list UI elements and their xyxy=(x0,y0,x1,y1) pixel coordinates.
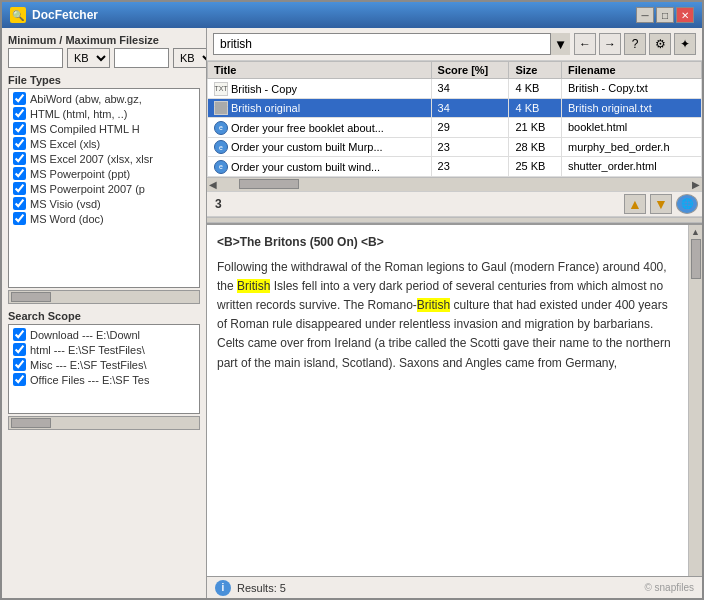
config-button[interactable]: ✦ xyxy=(674,33,696,55)
filesize-label: Minimum / Maximum Filesize xyxy=(8,34,200,46)
scope-office-label: Office Files --- E:\SF Tes xyxy=(30,374,149,386)
next-match-button[interactable]: ▼ xyxy=(650,194,672,214)
filetype-excel-label: MS Excel (xls) xyxy=(30,138,100,150)
toolbar-icons: ← → ? ⚙ ✦ xyxy=(574,33,696,55)
filetype-html[interactable]: HTML (html, htm, ..) xyxy=(11,106,197,121)
help-button[interactable]: ? xyxy=(624,33,646,55)
row-score: 23 xyxy=(431,137,509,157)
table-row[interactable]: e Order your custom built Murp... 23 28 … xyxy=(208,137,702,157)
scroll-up-btn[interactable]: ▲ xyxy=(691,227,700,237)
filetypes-section: File Types AbiWord (abw, abw.gz, HTML (h… xyxy=(8,74,200,304)
col-size[interactable]: Size xyxy=(509,62,562,79)
scope-html-label: html --- E:\SF TestFiles\ xyxy=(30,344,145,356)
min-unit-select[interactable]: KB MB xyxy=(67,48,110,68)
row-size: 4 KB xyxy=(509,79,562,99)
scope-misc-checkbox[interactable] xyxy=(13,358,26,371)
search-input[interactable] xyxy=(213,33,570,55)
search-input-container: ▼ xyxy=(213,33,570,55)
status-icon: i xyxy=(215,580,231,596)
scope-label: Search Scope xyxy=(8,310,200,322)
results-h-scrollbar[interactable]: ◀ ▶ xyxy=(207,177,702,191)
minimize-button[interactable]: ─ xyxy=(636,7,654,23)
file-icon-web: e Order your custom built wind... xyxy=(214,160,380,174)
filetype-word[interactable]: MS Word (doc) xyxy=(11,211,197,226)
scope-scrollbar[interactable] xyxy=(8,416,200,430)
scope-misc-label: Misc --- E:\SF TestFiles\ xyxy=(30,359,147,371)
close-button[interactable]: ✕ xyxy=(676,7,694,23)
scope-section: Search Scope Download --- E:\Downl html … xyxy=(8,310,200,430)
prev-match-button[interactable]: ▲ xyxy=(624,194,646,214)
maximize-button[interactable]: □ xyxy=(656,7,674,23)
scope-scrollbar-thumb xyxy=(11,418,51,428)
row-score: 23 xyxy=(431,157,509,177)
browser-icon: 🌐 xyxy=(681,198,693,209)
txt-icon: TXT xyxy=(214,101,228,115)
filetype-abiword-label: AbiWord (abw, abw.gz, xyxy=(30,93,142,105)
max-unit-select[interactable]: KB MB xyxy=(173,48,207,68)
file-icon-txt: TXT British original xyxy=(214,101,300,115)
right-panel: ▼ ← → ? ⚙ ✦ Title Sco xyxy=(207,28,702,598)
row-title: TXT British original xyxy=(208,98,432,118)
filetype-excel[interactable]: MS Excel (xls) xyxy=(11,136,197,151)
file-icon-web: e Order your free booklet about... xyxy=(214,121,384,135)
scope-office[interactable]: Office Files --- E:\SF Tes xyxy=(11,372,197,387)
scope-download-checkbox[interactable] xyxy=(13,328,26,341)
table-row[interactable]: e Order your free booklet about... 29 21… xyxy=(208,118,702,138)
window-title: DocFetcher xyxy=(32,8,98,22)
settings-button[interactable]: ⚙ xyxy=(649,33,671,55)
filetype-chm-checkbox[interactable] xyxy=(13,122,26,135)
scope-list[interactable]: Download --- E:\Downl html --- E:\SF Tes… xyxy=(8,324,200,414)
main-content: Minimum / Maximum Filesize KB MB KB MB xyxy=(2,28,702,598)
filetype-excel2007[interactable]: MS Excel 2007 (xlsx, xlsr xyxy=(11,151,197,166)
table-row[interactable]: e Order your custom built wind... 23 25 … xyxy=(208,157,702,177)
scroll-left-btn[interactable]: ◀ xyxy=(207,179,219,190)
filetypes-scrollbar[interactable] xyxy=(8,290,200,304)
filetype-word-checkbox[interactable] xyxy=(13,212,26,225)
filetype-ppt-checkbox[interactable] xyxy=(13,167,26,180)
up-arrow-icon: ▲ xyxy=(628,196,642,212)
scope-misc[interactable]: Misc --- E:\SF TestFiles\ xyxy=(11,357,197,372)
preview-paragraph: Following the withdrawal of the Roman le… xyxy=(217,258,678,373)
filetypes-scrollbar-thumb xyxy=(11,292,51,302)
filetype-excel2007-checkbox[interactable] xyxy=(13,152,26,165)
preview-content[interactable]: <B>The Britons (500 On) <B> Following th… xyxy=(207,225,688,577)
scope-office-checkbox[interactable] xyxy=(13,373,26,386)
open-browser-button[interactable]: 🌐 xyxy=(676,194,698,214)
filetype-abiword-checkbox[interactable] xyxy=(13,92,26,105)
filetype-ppt2007[interactable]: MS Powerpoint 2007 (p xyxy=(11,181,197,196)
row-score: 34 xyxy=(431,79,509,99)
filetype-visio-checkbox[interactable] xyxy=(13,197,26,210)
preview-scrollbar[interactable]: ▲ xyxy=(688,225,702,577)
results-scrollbar-thumb xyxy=(239,179,299,189)
scope-html-checkbox[interactable] xyxy=(13,343,26,356)
table-container: Title Score [%] Size Filename TXT xyxy=(207,61,702,177)
table-row[interactable]: TXT British original 34 4 KB British ori… xyxy=(208,98,702,118)
filetype-ppt[interactable]: MS Powerpoint (ppt) xyxy=(11,166,197,181)
col-filename[interactable]: Filename xyxy=(561,62,701,79)
filetype-abiword[interactable]: AbiWord (abw, abw.gz, xyxy=(11,91,197,106)
filetype-ppt2007-checkbox[interactable] xyxy=(13,182,26,195)
search-bar: ▼ ← → ? ⚙ ✦ xyxy=(207,28,702,61)
search-dropdown-button[interactable]: ▼ xyxy=(550,33,570,55)
max-filesize-input[interactable] xyxy=(114,48,169,68)
filetype-chm[interactable]: MS Compiled HTML H xyxy=(11,121,197,136)
table-row[interactable]: TXT British - Copy 34 4 KB British - Cop… xyxy=(208,79,702,99)
scope-download[interactable]: Download --- E:\Downl xyxy=(11,327,197,342)
scroll-right-btn[interactable]: ▶ xyxy=(690,179,702,190)
filetype-html-checkbox[interactable] xyxy=(13,107,26,120)
filetype-visio[interactable]: MS Visio (vsd) xyxy=(11,196,197,211)
results-area: Title Score [%] Size Filename TXT xyxy=(207,61,702,191)
forward-button[interactable]: → xyxy=(599,33,621,55)
filetype-ppt2007-label: MS Powerpoint 2007 (p xyxy=(30,183,145,195)
back-button[interactable]: ← xyxy=(574,33,596,55)
title-buttons: ─ □ ✕ xyxy=(636,7,694,23)
filetype-excel-checkbox[interactable] xyxy=(13,137,26,150)
scope-html[interactable]: html --- E:\SF TestFiles\ xyxy=(11,342,197,357)
txt-icon: TXT xyxy=(214,82,228,96)
filetype-ppt-label: MS Powerpoint (ppt) xyxy=(30,168,130,180)
file-icon-web: e Order your custom built Murp... xyxy=(214,140,383,154)
filetypes-list[interactable]: AbiWord (abw, abw.gz, HTML (html, htm, .… xyxy=(8,88,200,288)
col-title[interactable]: Title xyxy=(208,62,432,79)
min-filesize-input[interactable] xyxy=(8,48,63,68)
col-score[interactable]: Score [%] xyxy=(431,62,509,79)
